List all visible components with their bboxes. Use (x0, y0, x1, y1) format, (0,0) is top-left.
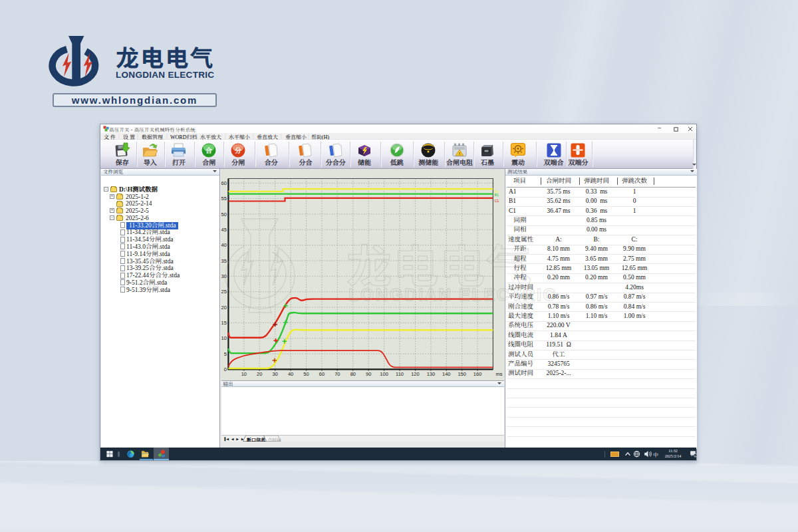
svg-text:ms: ms (495, 371, 502, 377)
svg-text:30: 30 (221, 273, 227, 279)
svg-text:20: 20 (257, 371, 262, 377)
svg-text:130: 130 (427, 371, 436, 377)
svg-text:B1: B1 (494, 193, 499, 197)
svg-text:120: 120 (411, 371, 420, 377)
svg-text:40: 40 (221, 242, 227, 248)
svg-text:25: 25 (221, 289, 227, 295)
svg-text:分: 分 (234, 145, 241, 155)
svg-text:60: 60 (319, 371, 325, 377)
svg-text:50: 50 (221, 211, 227, 217)
svg-text:10: 10 (221, 335, 227, 341)
svg-text:140: 140 (442, 371, 451, 377)
svg-text:45: 45 (221, 227, 227, 233)
svg-text:合: 合 (205, 145, 212, 155)
svg-text:35: 35 (221, 258, 227, 264)
svg-text:160: 160 (473, 371, 482, 377)
svg-text:15: 15 (221, 320, 227, 326)
svg-text:70: 70 (334, 371, 340, 377)
svg-text:10: 10 (241, 371, 247, 377)
svg-text:40: 40 (288, 371, 293, 377)
svg-text:5: 5 (224, 351, 227, 357)
svg-text:30: 30 (273, 371, 278, 377)
svg-text:0: 0 (224, 366, 227, 372)
svg-text:80: 80 (350, 371, 356, 377)
svg-text:!: ! (459, 151, 460, 156)
svg-text:110: 110 (396, 371, 404, 377)
svg-text:20: 20 (221, 305, 227, 311)
svg-text:55: 55 (221, 196, 227, 201)
svg-text:150: 150 (458, 371, 466, 377)
svg-text:C1: C1 (494, 199, 499, 203)
svg-text:50: 50 (303, 371, 309, 377)
svg-text:100: 100 (380, 371, 388, 377)
svg-text:60: 60 (221, 180, 227, 186)
svg-text:90: 90 (366, 371, 371, 377)
